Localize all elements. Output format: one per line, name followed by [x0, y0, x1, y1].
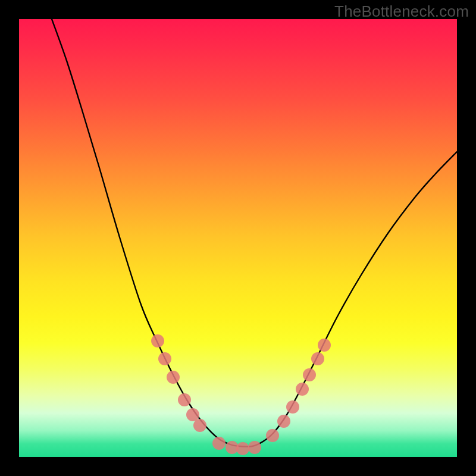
curve-layer [19, 19, 457, 457]
curve-marker [266, 429, 279, 442]
curve-marker [311, 352, 324, 365]
curve-marker [212, 437, 226, 450]
curve-marker [236, 442, 249, 455]
curve-marker [286, 400, 299, 414]
curve-marker [248, 441, 261, 454]
curve-marker [167, 371, 180, 384]
curve-marker [151, 334, 164, 347]
curve-marker [193, 419, 206, 432]
curve-marker [303, 368, 316, 381]
curve-marker [186, 408, 199, 421]
plot-area [19, 19, 457, 457]
chart-frame: TheBottleneck.com [0, 0, 476, 476]
curve-marker [277, 415, 290, 428]
curve-markers [151, 334, 331, 455]
curve-marker [178, 393, 191, 406]
curve-marker [318, 339, 331, 352]
watermark-text: TheBottleneck.com [334, 2, 469, 21]
curve-marker [158, 352, 171, 365]
curve-marker [296, 383, 309, 396]
bottleneck-curve [52, 19, 457, 447]
